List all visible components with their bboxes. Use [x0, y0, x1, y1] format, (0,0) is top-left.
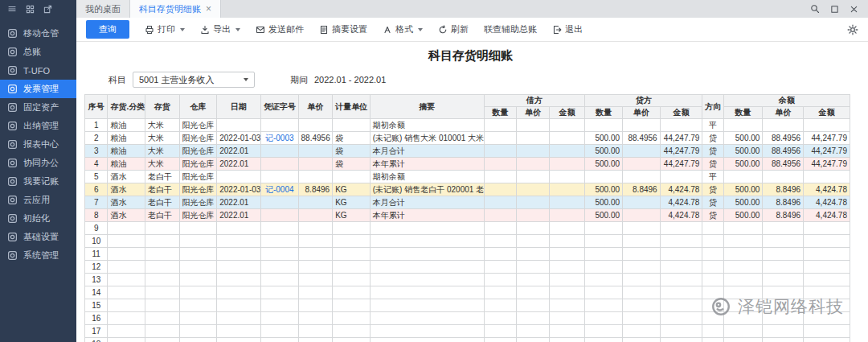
sidebar-item-t-ufo[interactable]: T-UFO: [0, 61, 76, 80]
table-cell[interactable]: [549, 145, 585, 158]
table-cell[interactable]: [145, 235, 180, 248]
table-cell[interactable]: [549, 209, 585, 222]
table-cell[interactable]: [804, 325, 850, 338]
table-cell[interactable]: 500.00: [723, 145, 763, 158]
table-cell[interactable]: 16: [85, 312, 108, 325]
table-cell[interactable]: [549, 286, 585, 299]
table-cell[interactable]: 4,424.78: [660, 196, 702, 209]
table-cell[interactable]: [517, 158, 550, 171]
table-cell[interactable]: [298, 325, 333, 338]
table-cell[interactable]: [217, 286, 261, 299]
table-cell[interactable]: [298, 119, 333, 132]
table-cell[interactable]: [804, 299, 850, 312]
table-cell[interactable]: [549, 132, 585, 145]
table-cell[interactable]: 500.00: [585, 183, 623, 196]
table-cell[interactable]: [804, 261, 850, 274]
table-cell[interactable]: [702, 274, 723, 286]
table-cell[interactable]: [549, 248, 585, 261]
table-cell[interactable]: [298, 171, 333, 183]
table-cell[interactable]: [217, 222, 261, 235]
linked-auxiliary-ledger-button[interactable]: 联查辅助总账: [477, 21, 543, 38]
table-cell[interactable]: 500.00: [585, 158, 623, 171]
table-cell[interactable]: [484, 261, 517, 274]
table-cell[interactable]: [108, 299, 145, 312]
table-cell[interactable]: 酒水: [108, 183, 145, 196]
table-cell[interactable]: [260, 325, 298, 338]
table-cell[interactable]: [702, 286, 723, 299]
table-cell[interactable]: [763, 338, 804, 342]
table-cell[interactable]: [145, 338, 180, 342]
table-cell[interactable]: 500.00: [723, 158, 763, 171]
table-cell[interactable]: [370, 299, 484, 312]
table-cell[interactable]: [585, 235, 623, 248]
table-cell[interactable]: [260, 286, 298, 299]
table-cell[interactable]: [298, 222, 333, 235]
table-cell[interactable]: (未记账) 销售大米 010001 大米: [370, 132, 484, 145]
table-cell[interactable]: [179, 299, 217, 312]
table-cell[interactable]: [660, 222, 702, 235]
table-cell[interactable]: [660, 338, 702, 342]
table-cell[interactable]: [517, 209, 550, 222]
table-cell[interactable]: [702, 261, 723, 274]
table-cell[interactable]: [108, 325, 145, 338]
table-cell[interactable]: [217, 261, 261, 274]
table-cell[interactable]: [623, 312, 661, 325]
table-cell[interactable]: 阳光仓库: [179, 209, 217, 222]
table-cell[interactable]: [370, 286, 484, 299]
table-cell[interactable]: [145, 312, 180, 325]
table-cell[interactable]: [660, 286, 702, 299]
table-cell[interactable]: [260, 158, 298, 171]
table-cell[interactable]: [804, 222, 850, 235]
table-cell[interactable]: [804, 286, 850, 299]
table-cell[interactable]: [260, 299, 298, 312]
table-cell[interactable]: [217, 312, 261, 325]
table-cell[interactable]: 粮油: [108, 158, 145, 171]
table-cell[interactable]: [484, 325, 517, 338]
table-cell[interactable]: [623, 286, 661, 299]
table-cell[interactable]: 8.8496: [763, 183, 804, 196]
table-cell[interactable]: [723, 248, 763, 261]
table-cell[interactable]: [549, 235, 585, 248]
table-cell[interactable]: [179, 338, 217, 342]
table-cell[interactable]: [549, 158, 585, 171]
table-cell[interactable]: [723, 171, 763, 183]
table-cell[interactable]: [333, 171, 371, 183]
table-cell[interactable]: [370, 222, 484, 235]
table-cell[interactable]: 2022-01-03: [217, 132, 261, 145]
table-cell[interactable]: [517, 312, 550, 325]
table-cell[interactable]: (未记账) 销售老白干 020001 老白干: [370, 183, 484, 196]
table-cell[interactable]: 11: [85, 248, 108, 261]
table-cell[interactable]: [623, 119, 661, 132]
table-cell[interactable]: [179, 248, 217, 261]
table-cell[interactable]: 10: [85, 235, 108, 248]
close-window-icon[interactable]: [850, 5, 858, 14]
voucher-link[interactable]: 记-0003: [260, 132, 298, 145]
table-cell[interactable]: [660, 171, 702, 183]
table-cell[interactable]: [484, 196, 517, 209]
table-cell[interactable]: [517, 235, 550, 248]
table-cell[interactable]: 袋: [333, 145, 371, 158]
table-cell[interactable]: [517, 338, 550, 342]
table-cell[interactable]: [660, 261, 702, 274]
table-cell[interactable]: [517, 171, 550, 183]
table-cell[interactable]: [484, 274, 517, 286]
table-cell[interactable]: [585, 325, 623, 338]
table-cell[interactable]: [623, 196, 661, 209]
hamburger-menu-icon[interactable]: [7, 4, 17, 14]
table-cell[interactable]: [179, 274, 217, 286]
table-cell[interactable]: [549, 183, 585, 196]
refresh-button[interactable]: 刷新: [432, 21, 475, 38]
table-cell[interactable]: [763, 299, 804, 312]
table-cell[interactable]: [660, 325, 702, 338]
table-cell[interactable]: [660, 274, 702, 286]
apps-grid-icon[interactable]: [26, 5, 35, 14]
table-cell[interactable]: KG: [333, 209, 371, 222]
table-cell[interactable]: [217, 119, 261, 132]
table-cell[interactable]: [763, 119, 804, 132]
table-cell[interactable]: 4,424.78: [804, 209, 850, 222]
table-cell[interactable]: 2022-01-03: [217, 183, 261, 196]
table-cell[interactable]: 本月合计: [370, 196, 484, 209]
summary-settings-button[interactable]: 摘要设置: [313, 21, 374, 38]
table-cell[interactable]: 老白干: [145, 171, 180, 183]
table-cell[interactable]: [145, 286, 180, 299]
